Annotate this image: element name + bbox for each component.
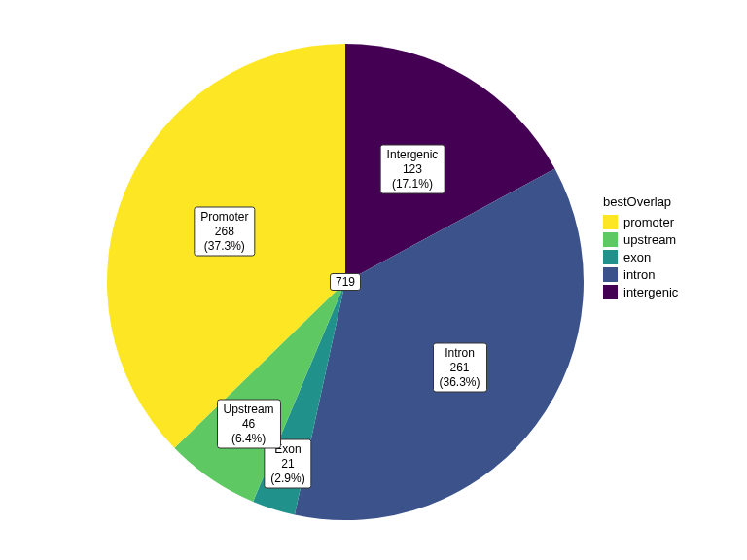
legend-label: upstream: [623, 232, 676, 247]
slice-label-name: Intron: [439, 346, 480, 361]
slice-label-intron: Intron261(36.3%): [432, 343, 486, 393]
slice-label-value: 21: [270, 456, 304, 471]
slice-label-name: Upstream: [224, 402, 274, 416]
slice-label-name: Promoter: [200, 209, 248, 224]
legend-swatch: [603, 267, 618, 282]
slice-label-value: 268: [200, 224, 248, 238]
slice-label-value: 46: [224, 416, 274, 431]
slice-label-name: Intergenic: [387, 148, 439, 162]
legend-row-upstream: upstream: [603, 232, 729, 247]
legend-swatch: [603, 285, 618, 299]
legend: bestOverlap promoterupstreamexonintronin…: [603, 194, 729, 302]
legend-label: intron: [623, 267, 656, 282]
legend-swatch: [603, 250, 618, 264]
slice-label-percent: (2.9%): [270, 471, 304, 485]
slice-label-percent: (6.4%): [224, 431, 274, 445]
legend-title: bestOverlap: [603, 194, 729, 209]
legend-swatch: [603, 232, 618, 247]
legend-swatch: [603, 215, 618, 229]
legend-label: intergenic: [623, 285, 678, 299]
legend-label: exon: [623, 250, 651, 264]
legend-row-intron: intron: [603, 267, 729, 282]
slice-label-upstream: Upstream46(6.4%): [217, 399, 281, 448]
slice-label-value: 261: [439, 361, 480, 375]
legend-row-intergenic: intergenic: [603, 285, 729, 299]
slice-label-percent: (17.1%): [387, 177, 439, 192]
slice-label-promoter: Promoter268(37.3%): [194, 206, 255, 256]
legend-label: promoter: [623, 215, 674, 229]
chart-stage: 719 Intergenic123(17.1%)Intron261(36.3%)…: [0, 0, 747, 560]
legend-row-promoter: promoter: [603, 215, 729, 229]
slice-label-percent: (37.3%): [200, 238, 248, 253]
slice-label-percent: (36.3%): [439, 375, 480, 390]
center-total-label: 719: [330, 273, 361, 291]
slice-label-value: 123: [387, 162, 439, 177]
legend-row-exon: exon: [603, 250, 729, 264]
slice-label-intergenic: Intergenic123(17.1%): [380, 145, 445, 194]
